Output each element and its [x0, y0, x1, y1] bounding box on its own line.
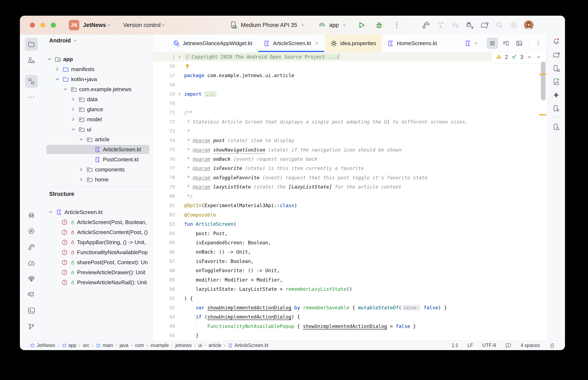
line-number[interactable]: 81	[153, 203, 175, 208]
chevron-down-icon[interactable]	[62, 86, 68, 92]
line-number[interactable]: 95	[153, 333, 175, 338]
minimize-window-button[interactable]	[41, 22, 45, 28]
resource-manager-button[interactable]	[25, 54, 38, 67]
structure-item[interactable]: f PreviewArticleNavRail(): Unit	[43, 277, 153, 287]
line-number[interactable]: 71	[153, 110, 175, 115]
code-line-86[interactable]: 86 onBack: () -> Unit,	[153, 247, 547, 256]
preview-view-button[interactable]	[513, 38, 525, 49]
tab-articlescreen-kt[interactable]: ArticleScreen.kt	[258, 35, 325, 52]
line-number[interactable]: 88	[153, 268, 175, 273]
maximize-window-button[interactable]	[51, 22, 56, 28]
back-history-icon[interactable]	[451, 21, 460, 29]
tree-item-glance[interactable]: glance	[43, 104, 153, 114]
close-window-button[interactable]	[30, 22, 35, 28]
code-line-85[interactable]: 85 isExpandedScreen: Boolean,	[153, 238, 547, 247]
structure-item[interactable]: f PreviewArticleDrawer(): Unit	[43, 267, 153, 277]
tree-item-com-example-jetnews[interactable]: com.example.jetnews	[43, 84, 153, 94]
line-number[interactable]: 77	[153, 166, 175, 171]
line-number[interactable]: 87	[153, 259, 175, 264]
code-line-71[interactable]: 71/**	[153, 108, 547, 117]
breadcrumb-item-ui[interactable]: ui	[198, 342, 202, 348]
structure-item[interactable]: f sharePost(Post, Context): Un	[43, 257, 153, 267]
code-editor[interactable]: 1/ Copyright 2020 The Android Open Sourc…	[153, 52, 547, 341]
tab-idea-properties[interactable]: idea.properties	[325, 35, 382, 52]
previous-issue-button[interactable]	[526, 54, 532, 60]
chevron-down-icon[interactable]	[47, 209, 54, 215]
editor-view-button[interactable]	[487, 38, 498, 49]
code-line-73[interactable]: 73 *	[153, 127, 547, 136]
hidden-tabs-chevron-icon[interactable]	[474, 40, 479, 46]
code-line-72[interactable]: 72 * Stateless Article Screen that displ…	[153, 117, 547, 126]
tree-item-data[interactable]: data	[43, 94, 153, 104]
running-devices-button[interactable]	[550, 76, 562, 88]
breadcrumb-item-articlescreen-kt[interactable]: ArticleScreen.kt	[228, 342, 268, 348]
code-line-17[interactable]: 17package com.example.jetnews.ui.article	[153, 71, 547, 80]
structure-item[interactable]: f TopAppBar(String, () -> Unit,	[43, 237, 153, 247]
code-line-77[interactable]: 77 * @param isFavorite (state) is this i…	[153, 164, 547, 173]
build-tool-button[interactable]	[25, 241, 38, 254]
tab-homescreens-kt[interactable]: HomeScreens.kt	[382, 35, 442, 52]
tree-item-postcontent-kt[interactable]: PostContent.kt	[43, 154, 153, 165]
code-line-91[interactable]: 91) {	[153, 294, 547, 303]
code-line-87[interactable]: 87 isFavorite: Boolean,	[153, 257, 547, 266]
code-line-93[interactable]: 93 if (showUnimplementedActionDialog) {	[153, 312, 547, 322]
fold-chevron-icon[interactable]	[175, 55, 184, 59]
debug-button[interactable]	[375, 21, 384, 29]
breadcrumb-item-main[interactable]: main	[96, 342, 113, 348]
tree-item-article[interactable]: article	[43, 134, 153, 144]
terminal-button[interactable]	[25, 304, 38, 317]
sync-a-icon[interactable]	[436, 21, 445, 29]
line-number[interactable]: 76	[153, 156, 175, 162]
chevron-right-icon[interactable]	[70, 96, 76, 102]
tree-item-app[interactable]: app	[43, 54, 153, 64]
inspections-widget[interactable]: 2 3	[491, 52, 546, 63]
chevron-right-icon[interactable]	[54, 66, 61, 72]
device-explorer-button[interactable]	[550, 121, 562, 133]
chevron-right-icon[interactable]	[78, 176, 84, 183]
tree-item-components[interactable]: components	[43, 165, 153, 174]
tree-item-kotlin-java[interactable]: kotlin+java	[43, 74, 153, 84]
next-issue-button[interactable]	[535, 54, 542, 60]
code-line-75[interactable]: 75 * @param showNavigationIcon (state) i…	[153, 145, 547, 154]
line-number[interactable]: 91	[153, 296, 175, 301]
split-view-button[interactable]	[500, 38, 511, 49]
tree-item-home[interactable]: home	[43, 174, 153, 185]
warning-stripe-mark[interactable]	[539, 74, 546, 75]
line-number[interactable]: 94	[153, 323, 175, 329]
fold-chevron-icon[interactable]	[175, 92, 184, 96]
caret-position[interactable]: 1:1	[452, 342, 458, 348]
device-manager-button[interactable]	[550, 62, 562, 74]
line-number[interactable]: 19	[153, 91, 175, 96]
structure-item[interactable]: f FunctionalityNotAvailablePop	[43, 247, 153, 257]
panel-splitter[interactable]	[43, 187, 153, 187]
project-name-menu[interactable]: JetNews	[83, 22, 106, 28]
tree-item-model[interactable]: model	[43, 114, 153, 124]
line-number[interactable]: 90	[153, 286, 175, 292]
chevron-down-icon[interactable]	[70, 126, 76, 133]
code-line-95[interactable]: 95 }	[153, 331, 547, 340]
code-line-88[interactable]: 88 onToggleFavorite: () -> Unit,	[153, 266, 547, 275]
chevron-right-icon[interactable]	[78, 166, 84, 173]
app-inspection-button[interactable]	[25, 209, 38, 222]
line-number[interactable]: 74	[153, 138, 175, 143]
attach-debugger-button[interactable]	[465, 21, 474, 29]
code-line-19[interactable]: 19import ...	[153, 90, 547, 99]
breadcrumb-item-article[interactable]: article	[209, 342, 221, 348]
line-number[interactable]: 80	[153, 193, 175, 199]
line-number[interactable]: 1	[153, 54, 175, 59]
code-line-78[interactable]: 78 * @param onToggleFavorite (event) req…	[153, 173, 547, 182]
breadcrumb-item-java[interactable]: java	[120, 342, 128, 348]
gradle-button[interactable]	[550, 49, 562, 61]
code-line-1[interactable]: 1/ Copyright 2020 The Android Open Sourc…	[153, 52, 547, 61]
line-number[interactable]: 78	[153, 175, 175, 180]
chevron-right-icon[interactable]	[70, 116, 76, 122]
run-tool-button[interactable]	[25, 225, 38, 238]
chevron-right-icon[interactable]	[70, 106, 76, 113]
logcat-button[interactable]	[25, 288, 38, 301]
search-everywhere-button[interactable]	[495, 21, 504, 29]
editor-scrollbar[interactable]	[541, 61, 546, 100]
line-number[interactable]: 17	[153, 73, 175, 78]
hidden-tab-kotlin-icon[interactable]	[464, 40, 471, 47]
code-line-94[interactable]: 94 FunctionalityNotAvailablePopup { show…	[153, 322, 547, 331]
code-line-84[interactable]: 84 post: Post,	[153, 229, 547, 238]
